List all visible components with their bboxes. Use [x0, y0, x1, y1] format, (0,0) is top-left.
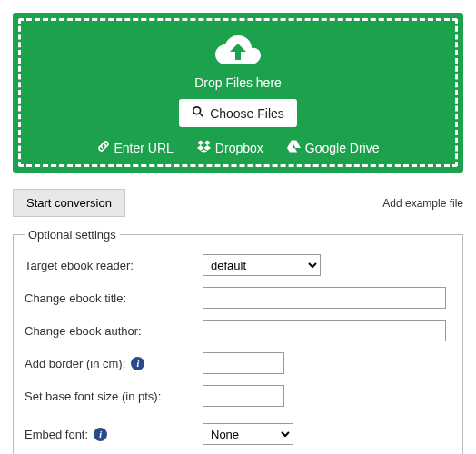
title-input[interactable] — [203, 287, 446, 309]
row-author: Change ebook author: — [25, 320, 451, 341]
upload-inner: Drop Files here Choose Files Enter URL D… — [18, 18, 458, 167]
row-font-size: Set base font size (in pts): — [25, 385, 451, 407]
dropbox-label: Dropbox — [215, 141, 263, 155]
choose-files-label: Choose Files — [210, 106, 284, 121]
optional-settings-fieldset: Optional settings Target ebook reader: d… — [13, 228, 463, 454]
row-embed-font: Embed font: i None — [25, 423, 451, 445]
info-icon[interactable]: i — [94, 428, 107, 441]
font-size-input[interactable] — [203, 385, 284, 407]
choose-files-button[interactable]: Choose Files — [179, 99, 297, 127]
upload-dropzone[interactable]: Drop Files here Choose Files Enter URL D… — [13, 13, 463, 173]
label-embed-font: Embed font: — [25, 428, 88, 441]
actions-row: Start conversion Add example file — [13, 189, 463, 217]
google-drive-icon — [287, 140, 301, 155]
search-icon — [192, 105, 204, 121]
svg-line-1 — [200, 114, 203, 117]
add-example-file-link[interactable]: Add example file — [382, 197, 463, 210]
alt-sources: Enter URL Dropbox Google Drive — [28, 140, 448, 155]
label-border: Add border (in cm): — [25, 357, 125, 370]
enter-url-link[interactable]: Enter URL — [97, 140, 174, 155]
row-border: Add border (in cm): i — [25, 352, 451, 374]
label-title: Change ebook title: — [25, 291, 126, 305]
enter-url-label: Enter URL — [114, 141, 174, 155]
google-drive-link[interactable]: Google Drive — [287, 140, 380, 155]
drop-text: Drop Files here — [28, 75, 448, 90]
link-icon — [97, 140, 110, 155]
embed-font-select[interactable]: None — [203, 423, 293, 445]
border-input[interactable] — [203, 352, 284, 374]
target-reader-select[interactable]: default — [203, 254, 321, 276]
label-font-size: Set base font size (in pts): — [25, 390, 161, 403]
dropbox-link[interactable]: Dropbox — [197, 140, 263, 155]
label-target-reader: Target ebook reader: — [25, 259, 134, 272]
start-conversion-button[interactable]: Start conversion — [13, 189, 125, 217]
row-target-reader: Target ebook reader: default — [25, 254, 451, 276]
dropbox-icon — [197, 140, 211, 155]
optional-settings-legend: Optional settings — [25, 228, 120, 242]
label-author: Change ebook author: — [25, 324, 142, 338]
info-icon[interactable]: i — [131, 357, 144, 370]
cloud-upload-icon — [28, 34, 448, 70]
author-input[interactable] — [203, 320, 446, 341]
row-title: Change ebook title: — [25, 287, 451, 309]
google-drive-label: Google Drive — [305, 141, 380, 155]
